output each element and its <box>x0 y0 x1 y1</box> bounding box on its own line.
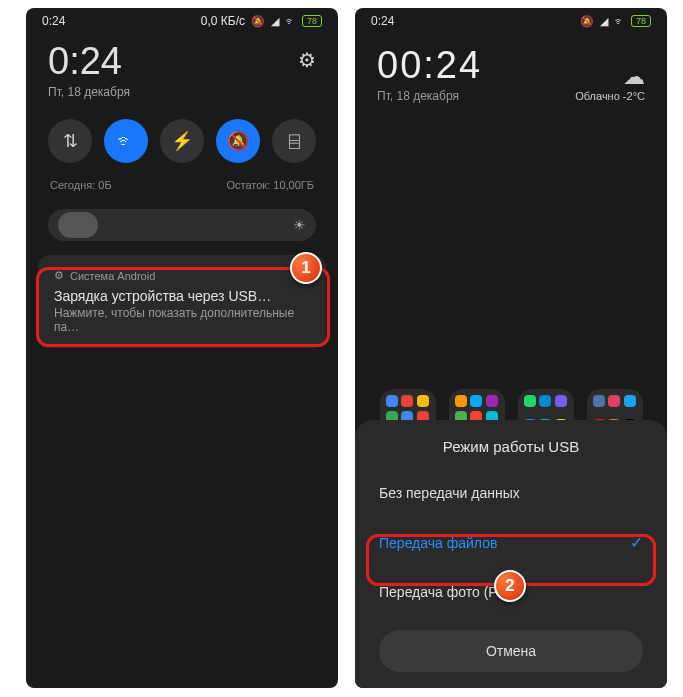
notification-app: ⚙ Система Android <box>54 269 310 282</box>
callout-badge-1: 1 <box>290 252 322 284</box>
signal-icon: ◢ <box>271 15 279 28</box>
battery-indicator: 78 <box>631 15 651 27</box>
mute-icon: 🔕 <box>251 15 265 28</box>
notification-card[interactable]: ⚙ Система Android Зарядка устройства чер… <box>38 255 326 348</box>
status-bar: 0:24 🔕 ◢ ᯤ 78 <box>355 8 667 34</box>
notification-subtitle: Нажмите, чтобы показать дополнительные п… <box>54 306 310 334</box>
status-right: 🔕 ◢ ᯤ 78 <box>580 15 651 28</box>
clock-date: Пт, 18 декабря <box>48 85 130 99</box>
data-toggle[interactable]: ⇅ <box>48 119 92 163</box>
weather-icon: ☁ <box>575 64 645 90</box>
wifi-icon: ᯤ <box>614 15 625 27</box>
data-remaining: Остаток: 10,00ГБ <box>226 179 314 191</box>
weather-text: Облачно -2°C <box>575 90 645 102</box>
settings-icon[interactable]: ⚙ <box>298 48 316 72</box>
phone-notification-panel: 0:24 0,0 КБ/с 🔕 ◢ ᯤ 78 0:24 Пт, 18 декаб… <box>26 8 338 688</box>
status-right: 0,0 КБ/с 🔕 ◢ ᯤ 78 <box>201 14 322 28</box>
data-usage-row: Сегодня: 0Б Остаток: 10,00ГБ <box>26 173 338 203</box>
sheet-title: Режим работы USB <box>355 438 667 455</box>
flash-toggle[interactable]: ⚡ <box>160 119 204 163</box>
status-time: 0:24 <box>371 14 394 28</box>
mute-icon: 🔕 <box>580 15 594 28</box>
wifi-toggle[interactable]: ᯤ <box>104 119 148 163</box>
callout-badge-2: 2 <box>494 570 526 602</box>
status-time: 0:24 <box>42 14 65 28</box>
option-label: Передача файлов <box>379 535 497 551</box>
brightness-slider[interactable]: ☀ <box>48 209 316 241</box>
clock-time: 0:24 <box>48 40 130 83</box>
notification-title: Зарядка устройства через USB… <box>54 288 310 304</box>
clock-block: 0:24 Пт, 18 декабря ⚙ <box>26 34 338 109</box>
usb-option-file-transfer[interactable]: Передача файлов ✓ <box>355 517 667 568</box>
status-bar: 0:24 0,0 КБ/с 🔕 ◢ ᯤ 78 <box>26 8 338 34</box>
cancel-button[interactable]: Отмена <box>379 630 643 672</box>
android-icon: ⚙ <box>54 269 64 282</box>
signal-icon: ◢ <box>600 15 608 28</box>
quick-settings-row: ⇅ ᯤ ⚡ 🔕 ⌸ <box>26 109 338 173</box>
battery-indicator: 78 <box>302 15 322 27</box>
brightness-icon: ☀ <box>293 217 306 233</box>
usb-mode-sheet: Режим работы USB Без передачи данных Пер… <box>355 420 667 688</box>
notification-app-name: Система Android <box>70 270 155 282</box>
checkmark-icon: ✓ <box>630 533 643 552</box>
data-today: Сегодня: 0Б <box>50 179 112 191</box>
cast-toggle[interactable]: ⌸ <box>272 119 316 163</box>
data-rate: 0,0 КБ/с <box>201 14 245 28</box>
weather-widget[interactable]: ☁ Облачно -2°C <box>575 64 645 102</box>
option-label: Без передачи данных <box>379 485 520 501</box>
brightness-handle[interactable] <box>58 212 98 238</box>
mute-toggle[interactable]: 🔕 <box>216 119 260 163</box>
wifi-icon: ᯤ <box>285 15 296 27</box>
usb-option-no-data[interactable]: Без передачи данных <box>355 469 667 517</box>
